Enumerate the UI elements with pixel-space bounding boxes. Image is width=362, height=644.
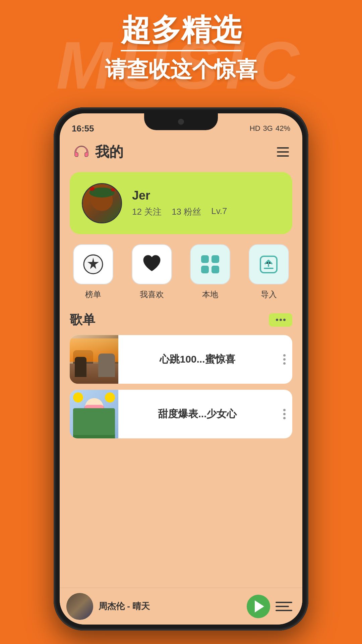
action-chart[interactable]: 榜单 [73, 244, 113, 300]
headphone-icon [73, 145, 90, 159]
battery-text: 42% [276, 124, 290, 133]
level-badge: Lv.7 [211, 206, 227, 218]
status-time: 16:55 [72, 123, 94, 134]
header-underline [121, 50, 241, 51]
playlist-thumb-2 [70, 390, 118, 438]
import-icon-box [249, 244, 289, 284]
avatar [82, 183, 122, 223]
network-icon: 3G [263, 124, 273, 133]
action-import-label: 导入 [261, 289, 277, 300]
following-count: 12 关注 [132, 206, 162, 218]
phone-container: 16:55 HD 3G 42% 我的 [54, 107, 308, 631]
menu-button[interactable] [277, 147, 289, 157]
app-header: 我的 [60, 137, 302, 167]
playlist-name-1: 心跳100...蜜惊喜 [118, 353, 277, 366]
play-icon [255, 600, 264, 612]
profile-info: Jer 12 关注 13 粉丝 Lv.7 [132, 189, 280, 218]
header-title: 超多精选 [0, 13, 362, 47]
now-playing-info: 周杰伦 - 晴天 [99, 600, 241, 612]
grid-icon-box [190, 244, 230, 284]
header-subtitle: 请查收这个惊喜 [0, 55, 362, 84]
header-section: 超多精选 请查收这个惊喜 [0, 13, 362, 84]
chart-icon-box [73, 244, 113, 284]
playlist-item-2[interactable]: 甜度爆表...少女心 [70, 390, 292, 438]
now-playing-bar[interactable]: 周杰伦 - 晴天 [60, 588, 302, 625]
play-button[interactable] [247, 595, 270, 618]
fans-count: 13 粉丝 [172, 206, 201, 218]
now-playing-title: 周杰伦 - 晴天 [99, 600, 241, 612]
action-local-label: 本地 [202, 289, 218, 300]
import-icon [258, 254, 280, 275]
section-title: 歌单 [70, 311, 95, 328]
heart-icon-box [132, 244, 172, 284]
playlist-button[interactable] [276, 596, 296, 616]
action-local[interactable]: 本地 [190, 244, 230, 300]
heart-icon [140, 253, 164, 276]
action-import[interactable]: 导入 [249, 244, 289, 300]
playlist-thumb-1 [70, 335, 118, 384]
playlist-more-2[interactable] [277, 409, 292, 419]
notch-camera [178, 119, 184, 125]
app-title: 我的 [95, 143, 123, 161]
playlist-name-2: 甜度爆表...少女心 [118, 407, 277, 421]
action-favorite[interactable]: 我喜欢 [132, 244, 172, 300]
chart-icon [81, 253, 105, 276]
phone-notch [144, 113, 218, 130]
avatar-image [83, 184, 121, 222]
action-chart-label: 榜单 [85, 289, 101, 300]
phone-screen: 16:55 HD 3G 42% 我的 [60, 113, 302, 625]
section-header: 歌单 [70, 311, 292, 328]
status-icons: HD 3G 42% [250, 124, 290, 133]
more-button[interactable] [269, 313, 292, 327]
app-header-left: 我的 [73, 143, 123, 161]
profile-stats: 12 关注 13 粉丝 Lv.7 [132, 206, 280, 218]
profile-name: Jer [132, 189, 280, 203]
playlist-item[interactable]: 心跳100...蜜惊喜 [70, 335, 292, 384]
playlist-more-1[interactable] [277, 354, 292, 365]
now-playing-thumb [66, 593, 93, 620]
grid-icon [198, 253, 222, 276]
quick-actions: 榜单 我喜欢 [70, 244, 292, 300]
action-favorite-label: 我喜欢 [140, 289, 164, 300]
profile-card[interactable]: Jer 12 关注 13 粉丝 Lv.7 [70, 172, 292, 234]
playlist-section: 歌单 心跳100...蜜惊喜 [70, 311, 292, 444]
signal-icon: HD [250, 124, 260, 133]
